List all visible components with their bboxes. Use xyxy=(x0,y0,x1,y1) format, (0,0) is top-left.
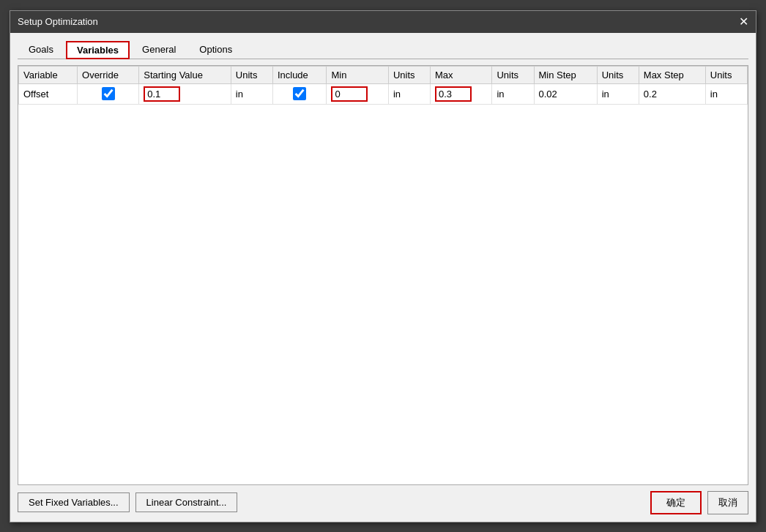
close-button[interactable]: ✕ xyxy=(739,16,748,28)
setup-optimization-dialog: Setup Optimization ✕ Goals Variables Gen… xyxy=(10,10,756,522)
col-override: Override xyxy=(78,66,139,83)
cancel-button[interactable]: 取消 xyxy=(707,491,748,514)
cell-max-units: in xyxy=(492,83,534,104)
cell-min[interactable] xyxy=(327,83,388,104)
col-units-4: Units xyxy=(597,66,639,83)
min-input[interactable] xyxy=(331,86,368,102)
tab-goals[interactable]: Goals xyxy=(18,40,64,59)
col-units-3: Units xyxy=(492,66,534,83)
col-starting-value: Starting Value xyxy=(139,66,231,83)
include-checkbox[interactable] xyxy=(293,87,306,100)
col-max: Max xyxy=(431,66,492,83)
bottom-buttons: Set Fixed Variables... Linear Constraint… xyxy=(18,485,748,514)
tab-variables[interactable]: Variables xyxy=(66,41,130,59)
dialog-body: Goals Variables General Options Variable… xyxy=(10,33,756,522)
cell-max-step: 0.2 xyxy=(639,83,705,104)
col-include: Include xyxy=(272,66,327,83)
set-fixed-variables-button[interactable]: Set Fixed Variables... xyxy=(18,492,130,512)
col-min: Min xyxy=(327,66,388,83)
cell-override xyxy=(78,83,139,104)
col-variable: Variable xyxy=(19,66,78,83)
bottom-left-buttons: Set Fixed Variables... Linear Constraint… xyxy=(18,492,237,512)
col-units-5: Units xyxy=(705,66,747,83)
cell-starting-value[interactable] xyxy=(139,83,231,104)
cell-max[interactable] xyxy=(431,83,492,104)
cell-min-units: in xyxy=(388,83,430,104)
bottom-right-buttons: 确定 取消 xyxy=(650,491,748,514)
cell-starting-units: in xyxy=(231,83,272,104)
tab-options[interactable]: Options xyxy=(188,40,243,59)
max-input[interactable] xyxy=(435,86,472,102)
table-row: Offset in xyxy=(19,83,748,104)
col-max-step: Max Step xyxy=(639,66,705,83)
cell-min-step: 0.02 xyxy=(534,83,597,104)
tab-general[interactable]: General xyxy=(131,40,187,59)
col-units-1: Units xyxy=(231,66,272,83)
starting-value-input[interactable] xyxy=(144,86,180,102)
override-checkbox[interactable] xyxy=(102,87,115,100)
dialog-title: Setup Optimization xyxy=(18,16,98,27)
ok-button[interactable]: 确定 xyxy=(650,491,702,514)
cell-variable: Offset xyxy=(19,83,78,104)
tab-bar: Goals Variables General Options xyxy=(18,40,748,59)
col-units-2: Units xyxy=(388,66,430,83)
col-min-step: Min Step xyxy=(534,66,597,83)
table-header-row: Variable Override Starting Value Units I… xyxy=(19,66,748,83)
cell-include xyxy=(272,83,327,104)
cell-max-step-units: in xyxy=(705,83,747,104)
variables-table-container: Variable Override Starting Value Units I… xyxy=(18,65,748,485)
cell-min-step-units: in xyxy=(597,83,639,104)
variables-table: Variable Override Starting Value Units I… xyxy=(18,66,748,105)
title-bar: Setup Optimization ✕ xyxy=(10,11,756,33)
linear-constraint-button[interactable]: Linear Constraint... xyxy=(135,492,238,512)
